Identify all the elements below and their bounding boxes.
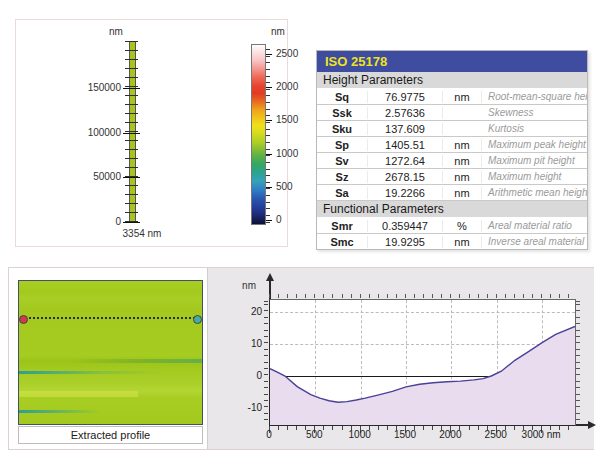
- colorbar-major-tick: [266, 120, 272, 121]
- surface-streak: [19, 391, 138, 397]
- colorbar-major-tick: [266, 154, 272, 155]
- profile-caption: Extracted profile: [18, 426, 203, 444]
- x-tick-label: 2000: [428, 429, 472, 440]
- colorbar-major-tick: [266, 87, 272, 88]
- parameter-unit: nm: [443, 236, 482, 248]
- profile-study-panel: Extracted profile nm 0500100015002000250…: [8, 267, 594, 450]
- iso-25178-table: ISO 25178 Height ParametersSq76.9775nmRo…: [316, 50, 588, 250]
- y-tick-label: 20: [234, 306, 262, 317]
- parameter-row: Smc19.9295nmInverse areal material ratio: [317, 234, 587, 249]
- x-tick-label: 3000 nm: [519, 429, 563, 440]
- x-tick-label: 500: [292, 429, 336, 440]
- surface-strip-ticks: [125, 41, 138, 223]
- profile-extraction-line[interactable]: [22, 317, 199, 319]
- colorbar-major-tick: [266, 54, 272, 55]
- surface-major-tick: [123, 177, 140, 178]
- profile-chart-area: nm 050010001500200025003000 nm 20100-10: [207, 268, 594, 449]
- surface-streak: [19, 371, 202, 374]
- parameter-name: Smr: [317, 220, 368, 232]
- parameter-value: 76.9775: [368, 91, 443, 103]
- parameter-value: 2678.15: [368, 171, 443, 183]
- colorbar-major-tick: [266, 187, 272, 188]
- parameter-description: Areal material ratio: [482, 220, 587, 231]
- x-tick-label: 2500: [474, 429, 518, 440]
- surface-3d-panel: nm 150000 100000 50000 0 3354 nm nm 2500…: [15, 19, 288, 247]
- y-minor-ticks: [264, 299, 268, 424]
- parameter-row: Sp1405.51nmMaximum peak height: [317, 137, 587, 153]
- colorbar-major-tick: [266, 220, 272, 221]
- parameter-row: Ssk2.57636Skewness: [317, 105, 587, 121]
- app-window: nm 150000 100000 50000 0 3354 nm nm 2500…: [0, 0, 600, 457]
- profile-end-handle[interactable]: [193, 315, 202, 324]
- x-tick-label: 1500: [383, 429, 427, 440]
- table-section-header: Functional Parameters: [317, 201, 587, 218]
- parameter-description: Arithmetic mean height: [482, 187, 587, 198]
- parameter-name: Sku: [317, 123, 368, 135]
- parameter-row: Sz2678.15nmMaximum height: [317, 169, 587, 185]
- surface-major-tick: [123, 133, 140, 134]
- parameter-row: Sa19.2266nmArithmetic mean height: [317, 185, 587, 201]
- profile-start-handle[interactable]: [19, 315, 28, 324]
- parameter-row: Sku137.609Kurtosis: [317, 121, 587, 137]
- surface-streak: [19, 410, 101, 413]
- parameter-description: Root-mean-square height: [482, 91, 587, 102]
- y-right-ticks: [576, 299, 580, 424]
- parameter-row: Sv1272.64nmMaximum pit height: [317, 153, 587, 169]
- parameter-name: Sv: [317, 155, 368, 167]
- parameter-row: Sq76.9775nmRoot-mean-square height: [317, 89, 587, 105]
- parameter-unit: nm: [443, 139, 482, 151]
- parameter-name: Sq: [317, 91, 368, 103]
- surface-y-axis-unit: nm: [104, 27, 128, 37]
- table-body: Height ParametersSq76.9775nmRoot-mean-sq…: [317, 72, 587, 249]
- parameter-name: Smc: [317, 236, 368, 248]
- parameter-name: Sa: [317, 187, 368, 199]
- table-section-header: Height Parameters: [317, 72, 587, 89]
- chart-y-axis-unit: nm: [236, 281, 256, 291]
- table-title: ISO 25178: [317, 51, 587, 72]
- colorbar-ticks: [266, 44, 270, 223]
- parameter-name: Sz: [317, 171, 368, 183]
- colorbar-tick-label: 0: [276, 215, 308, 225]
- parameter-value: 137.609: [368, 123, 443, 135]
- parameter-description: Skewness: [482, 107, 587, 118]
- parameter-value: 2.57636: [368, 107, 443, 119]
- colorbar-tick-label: 2500: [276, 49, 308, 59]
- parameter-description: Inverse areal material ratio: [482, 236, 587, 247]
- x-tick-label: 0: [247, 429, 291, 440]
- parameter-description: Maximum peak height: [482, 139, 587, 150]
- parameter-value: 1405.51: [368, 139, 443, 151]
- colorbar: [251, 44, 266, 225]
- y-tick-label: -10: [234, 402, 262, 413]
- y-tick-label: 10: [234, 338, 262, 349]
- surface-topview-image[interactable]: [18, 280, 203, 425]
- surface-y-tick-label: 0: [69, 217, 121, 227]
- y-tick-label: 0: [234, 370, 262, 381]
- y-axis-arrow-icon: [266, 273, 274, 281]
- x-axis-arrow-icon: [588, 421, 596, 429]
- parameter-value: 1272.64: [368, 155, 443, 167]
- parameter-description: Kurtosis: [482, 123, 587, 134]
- parameter-value: 19.9295: [368, 236, 443, 248]
- profile-plot[interactable]: [269, 299, 576, 426]
- colorbar-tick-label: 1000: [276, 149, 308, 159]
- surface-y-tick-label: 150000: [69, 83, 121, 93]
- parameter-value: 0.359447: [368, 220, 443, 232]
- parameter-unit: %: [443, 220, 482, 232]
- colorbar-tick-label: 500: [276, 182, 308, 192]
- parameter-unit: nm: [443, 171, 482, 183]
- parameter-description: Maximum height: [482, 171, 587, 182]
- colorbar-tick-label: 2000: [276, 82, 308, 92]
- colorbar-tick-label: 1500: [276, 115, 308, 125]
- parameter-unit: nm: [443, 91, 482, 103]
- top-ticks: [269, 294, 575, 298]
- surface-y-tick-label: 50000: [69, 172, 121, 182]
- parameter-value: 19.2266: [368, 187, 443, 199]
- profile-curve: [270, 300, 575, 425]
- x-tick-label: 1000: [338, 429, 382, 440]
- surface-x-axis-label: 3354 nm: [108, 229, 176, 239]
- surface-streak: [69, 359, 202, 363]
- surface-major-tick: [123, 88, 140, 89]
- surface-major-tick: [123, 222, 140, 223]
- parameter-row: Smr0.359447%Areal material ratio: [317, 218, 587, 234]
- parameter-name: Ssk: [317, 107, 368, 119]
